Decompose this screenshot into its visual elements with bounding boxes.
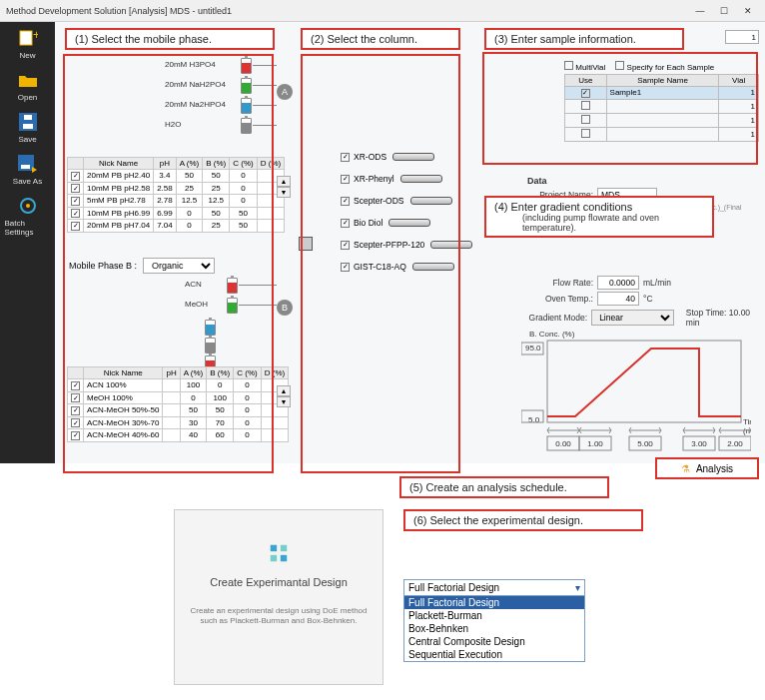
save-icon	[15, 112, 41, 132]
sidebar-item-open[interactable]: Open	[5, 70, 51, 102]
sidebar-item-save-as[interactable]: Save As	[5, 154, 51, 186]
bottle-icon	[241, 118, 252, 134]
row-checkbox[interactable]	[71, 406, 80, 415]
design-option[interactable]: Box-Behnken	[404, 622, 584, 635]
column-item[interactable]: GIST-C18-AQ	[341, 262, 472, 272]
sidebar-item-save[interactable]: Save	[5, 112, 51, 144]
design-option[interactable]: Plackett-Burman	[404, 609, 584, 622]
analysis-button[interactable]: ⚗ Analysis	[655, 457, 759, 479]
row-checkbox[interactable]	[71, 209, 80, 218]
close-button[interactable]: ✕	[737, 3, 759, 19]
callout-4: (4) Enter gradient conditions(including …	[484, 196, 714, 238]
design-option[interactable]: Central Composite Design	[404, 635, 584, 648]
svg-text:5.0: 5.0	[528, 415, 540, 424]
table-a-down-button[interactable]: ▼	[277, 187, 291, 198]
design-dropdown-selected[interactable]: Full Factorial Design ▾	[404, 580, 584, 596]
callout-6: (6) Select the experimental design.	[403, 509, 643, 531]
maximize-button[interactable]: ☐	[713, 3, 735, 19]
sidebar-item-new[interactable]: +New	[5, 28, 51, 60]
svg-rect-3	[23, 124, 33, 129]
column-item[interactable]: XR-ODS	[341, 152, 472, 162]
column-item[interactable]: Bio Diol	[341, 218, 472, 228]
mixer-b-icon: B	[277, 300, 293, 316]
table-row[interactable]: 10mM PB pH6.996.9905050	[68, 207, 285, 220]
row-checkbox[interactable]	[71, 222, 80, 231]
table-mobile-phase-a[interactable]: Nick NamepHA (%)B (%)C (%)D (%)20mM PB p…	[67, 157, 285, 233]
sample-use-checkbox[interactable]	[581, 89, 590, 98]
row-checkbox[interactable]	[71, 184, 80, 193]
create-doe-panel[interactable]: Create Experimantal Design Create an exp…	[174, 509, 383, 685]
gradient-mode-select[interactable]: Linear	[591, 310, 674, 326]
flow-rate-input[interactable]	[597, 276, 639, 290]
design-option[interactable]: Full Factorial Design	[404, 596, 584, 609]
sample-use-checkbox[interactable]	[581, 115, 590, 124]
row-checkbox[interactable]	[71, 381, 80, 390]
row-checkbox[interactable]	[71, 418, 80, 427]
table-row[interactable]: ACN-MeOH 30%-7030700	[68, 416, 289, 429]
chart-title: B. Conc. (%)	[529, 330, 575, 339]
svg-text:95.0: 95.0	[525, 344, 541, 352]
sample-row[interactable]: 1	[565, 127, 759, 141]
design-dropdown[interactable]: Full Factorial Design ▾ Full Factorial D…	[403, 579, 585, 662]
row-checkbox[interactable]	[71, 393, 80, 402]
row-checkbox[interactable]	[71, 431, 80, 440]
sample-use-checkbox[interactable]	[581, 101, 590, 110]
oven-temp-input[interactable]	[597, 292, 639, 306]
specify-each-checkbox[interactable]: Specify for Each Sample	[615, 61, 714, 72]
sample-row[interactable]: 1	[565, 99, 759, 113]
svg-rect-33	[271, 555, 277, 561]
table-row[interactable]: MeOH 100%01000	[68, 391, 289, 404]
table-row[interactable]: ACN-MeOH 40%-6040600	[68, 429, 289, 442]
table-row[interactable]: 5mM PB pH2.782.7812.512.50	[68, 195, 285, 208]
sample-area: MultiVial Specify for Each Sample UseSam…	[564, 59, 759, 142]
open-icon	[15, 70, 41, 90]
bottle-icon	[205, 320, 216, 336]
sample-use-checkbox[interactable]	[581, 129, 590, 138]
multivial-checkbox[interactable]: MultiVial	[564, 61, 605, 72]
column-item[interactable]: Scepter-ODS	[341, 196, 472, 206]
table-mobile-phase-b[interactable]: Nick NamepHA (%)B (%)C (%)D (%)ACN 100%1…	[67, 366, 289, 442]
sample-row[interactable]: Sample11	[565, 87, 759, 100]
table-a-up-button[interactable]: ▲	[277, 176, 291, 187]
design-option[interactable]: Sequential Execution	[404, 648, 584, 661]
column-checkbox[interactable]	[341, 263, 350, 272]
column-item[interactable]: Scepter-PFPP-120	[341, 240, 472, 250]
column-checkbox[interactable]	[341, 241, 350, 250]
callout-3: (3) Enter sample information.	[484, 28, 684, 50]
svg-text:2.00: 2.00	[727, 439, 743, 448]
column-bar-icon	[388, 219, 430, 227]
svg-text:+: +	[33, 29, 38, 42]
row-checkbox[interactable]	[71, 197, 80, 206]
mobile-phase-b-select[interactable]: Organic	[143, 258, 215, 274]
injection-volume-input[interactable]	[725, 30, 759, 44]
bottle-icon	[227, 298, 238, 314]
row-checkbox[interactable]	[71, 172, 80, 181]
column-checkbox[interactable]	[341, 175, 350, 184]
table-row[interactable]: ACN-MeOH 50%-5050500	[68, 404, 289, 417]
column-bar-icon	[392, 153, 434, 161]
minimize-button[interactable]: —	[689, 3, 711, 19]
sidebar-item-batch-settings[interactable]: Batch Settings	[5, 196, 51, 237]
sample-table[interactable]: UseSample NameVial Sample11 1 1 1	[564, 74, 759, 142]
table-b-up-button[interactable]: ▲	[277, 385, 291, 396]
svg-text:0.00: 0.00	[555, 439, 571, 448]
sample-row[interactable]: 1	[565, 113, 759, 127]
column-list: XR-ODS XR-Phenyl Scepter-ODS Bio Diol Sc…	[341, 152, 472, 272]
sidebar: +NewOpenSaveSave AsBatch Settings	[0, 22, 55, 463]
flask-icon: ⚗	[681, 463, 690, 474]
column-checkbox[interactable]	[341, 153, 350, 162]
table-row[interactable]: 20mM PB pH7.047.0402550	[68, 220, 285, 233]
mp-a-label: H2O	[165, 120, 181, 129]
table-row[interactable]: ACN 100%10000	[68, 379, 289, 392]
table-b-down-button[interactable]: ▼	[277, 396, 291, 407]
window-controls: — ☐ ✕	[689, 3, 759, 19]
table-row[interactable]: 20mM PB pH2.403.450500	[68, 170, 285, 183]
bottle-icon	[227, 278, 238, 294]
app-title: Method Development Solution [Analysis] M…	[6, 6, 232, 16]
svg-rect-0	[20, 31, 32, 45]
column-checkbox[interactable]	[341, 197, 350, 206]
column-checkbox[interactable]	[341, 219, 350, 228]
mp-a-label: 20mM NaH2PO4	[165, 80, 226, 89]
column-item[interactable]: XR-Phenyl	[341, 174, 472, 184]
table-row[interactable]: 10mM PB pH2.582.5825250	[68, 182, 285, 195]
